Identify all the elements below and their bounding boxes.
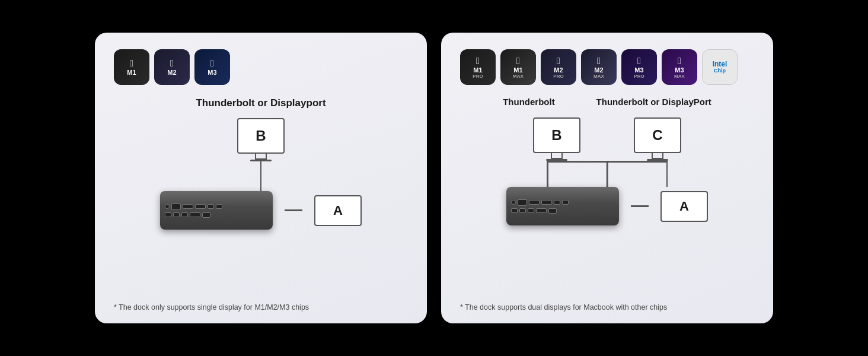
monitor-b-label: B [256,128,266,144]
chip-m3pro:  M3 PRO [621,49,657,85]
chip-intel: Intel Chip [702,49,738,85]
chip-m2:  M2 [154,49,190,85]
chip-m3pro-label: M3 [634,67,643,74]
port-tb2 [173,212,180,217]
apple-logo-m2:  [170,58,174,69]
connector-h-dual [631,205,649,207]
chip-m1max:  M1 MAX [500,49,536,85]
connector-h-single [285,209,302,211]
monitor-b-box-dual: B [533,117,580,153]
dock-row-single: A [160,191,362,230]
port-eth [171,204,181,210]
chip-m2pro:  M2 PRO [541,49,576,85]
port-eth-dual [518,199,527,206]
apple-logo-m1max:  [516,56,520,66]
port-tb1 [165,212,171,217]
monitor-b-label-dual: B [551,127,561,144]
port-usb1-dual [529,200,540,205]
dock-device-single [160,191,273,230]
footnote-dual: * The dock supports dual displays for Ma… [460,294,754,312]
apple-logo-m3:  [210,58,214,69]
monitor-c-header: Thunderbolt or DisplayPort [596,97,711,107]
card-single:  M1  M2  M3 Thunderbolt or Displaypor… [95,33,427,323]
monitor-b-wrap-dual: B [533,117,580,161]
diagram-label-single: Thunderbolt or Displayport [196,97,326,110]
chip-m3-label: M3 [208,69,216,76]
chip-intel-label: Intel [713,61,727,68]
apple-logo-m3pro:  [637,56,641,66]
bridge-v-left [547,161,548,187]
laptop-a-label-single: A [333,203,343,218]
chip-m2pro-sub: PRO [553,74,563,79]
bridge-connector [524,161,690,187]
chip-intel-sub: Chip [714,68,726,74]
apple-logo-m2pro:  [557,56,560,66]
monitor-b-wrap: B [237,118,285,161]
port-sd [202,212,210,218]
monitor-c-wrap: C [634,117,681,161]
chip-m2max:  M2 MAX [581,49,617,85]
port-tb3 [181,212,188,217]
apple-logo-m2max:  [597,56,601,66]
chip-m1max-sub: MAX [513,74,524,79]
chip-m1pro:  M1 PRO [460,49,496,85]
port-usb3-dual [554,200,560,205]
chip-m3pro-sub: PRO [634,74,644,79]
laptop-a-label-dual: A [679,199,689,214]
port-hdmi [190,212,200,217]
dock-inner-single [160,191,273,230]
monitor-b-header: Thunderbolt [503,97,554,107]
port-hdmi-dual [536,208,547,213]
monitor-c-stand [652,153,663,159]
port-tb3-dual [528,208,534,213]
chip-m3:  M3 [194,49,230,85]
diagram-dual: Thunderbolt Thunderbolt or DisplayPort B… [460,97,754,294]
dock-inner-dual [506,187,619,225]
main-container:  M1  M2  M3 Thunderbolt or Displaypor… [0,21,868,335]
port-tb1-dual [511,208,518,213]
chips-row-dual:  M1 PRO  M1 MAX  M2 PRO  M2 MAX [460,49,754,85]
dual-labels-row: Thunderbolt Thunderbolt or DisplayPort [482,97,732,113]
card-dual:  M1 PRO  M1 MAX  M2 PRO  M2 MAX [441,33,773,323]
monitor-b-stand [255,154,267,160]
dock-top-row-dual [511,199,614,206]
laptop-a-single: A [314,195,362,226]
bridge-v-center [607,161,608,187]
port-usb3 [208,204,214,209]
chip-m2pro-label: M2 [554,67,563,74]
laptop-a-dual: A [660,191,708,222]
chip-m3max:  M3 MAX [662,49,697,85]
port-usb2 [195,204,206,209]
chip-m3max-label: M3 [675,67,684,74]
port-usb1 [183,204,193,209]
monitor-b-box: B [237,118,285,154]
footnote-single: * The dock only supports single display … [114,294,408,312]
dock-row-dual: A [506,187,708,225]
chips-row-single:  M1  M2  M3 [114,49,408,85]
monitor-c-label: C [652,127,662,144]
port-usb4 [216,204,222,209]
monitors-wrapper: B C [533,117,681,161]
bridge-v-right [666,161,668,187]
chip-m1-label: M1 [127,69,136,76]
diagram-single: Thunderbolt or Displayport B [114,97,408,294]
port-usb2-dual [541,200,552,205]
monitor-c-box: C [634,117,681,153]
chip-m1pro-sub: PRO [473,74,483,79]
connector-v-single [260,161,262,191]
apple-logo-m3max:  [678,56,681,66]
chip-m2-label: M2 [167,69,176,76]
single-display-layout: Thunderbolt or Displayport B [114,97,408,230]
chip-m2max-label: M2 [594,67,603,74]
chip-m1max-label: M1 [513,67,522,74]
dock-bottom-row-dual [511,208,614,214]
port-led [165,204,170,209]
chip-m1pro-label: M1 [473,67,482,74]
dock-device-dual [506,187,619,225]
port-led-dual [511,200,516,205]
port-sd-dual [548,208,557,214]
port-tb2-dual [519,208,526,213]
port-usb4-dual [562,200,569,205]
apple-logo-m1pro:  [476,56,480,66]
dock-top-row [165,204,268,210]
